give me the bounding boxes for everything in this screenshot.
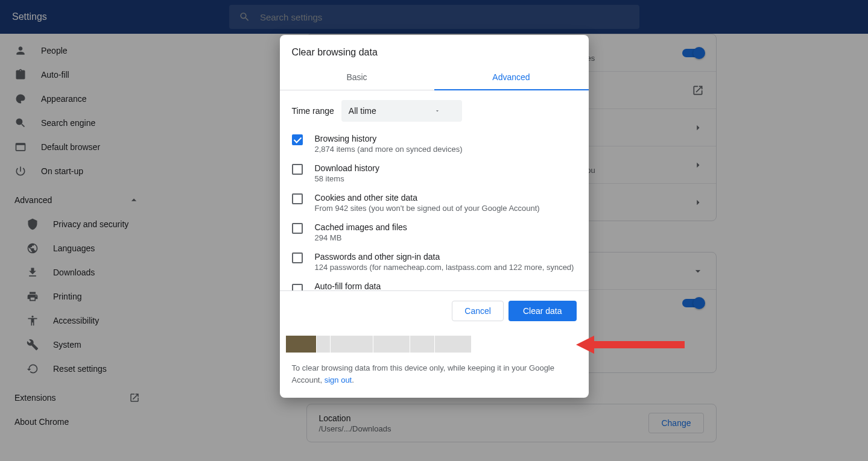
dialog-note: To clear browsing data from this device … [280,353,589,398]
check-autofill[interactable]: Auto-fill form data [292,277,577,290]
check-download-history[interactable]: Download history58 items [292,158,577,188]
check-title: Download history [315,163,379,173]
check-sub: 2,874 items (and more on synced devices) [315,145,463,154]
check-cookies[interactable]: Cookies and other site dataFrom 942 site… [292,188,577,218]
time-range-select[interactable]: All time [341,100,462,122]
check-title: Cookies and other site data [315,193,540,202]
checkbox-icon[interactable] [292,134,303,145]
sign-out-link[interactable]: sign out [325,375,352,384]
dialog-title: Clear browsing data [280,35,589,65]
checkbox-icon[interactable] [292,193,303,204]
chevron-down-icon [434,108,440,114]
dialog-footer: Cancel Clear data [280,290,589,331]
checkbox-icon[interactable] [292,223,303,234]
tab-basic[interactable]: Basic [280,65,434,90]
check-sub: From 942 sites (you won't be signed out … [315,204,540,213]
check-sub: 58 items [315,174,379,183]
check-title: Auto-fill form data [315,281,381,290]
time-range-label: Time range [292,106,334,116]
check-browsing-history[interactable]: Browsing history2,874 items (and more on… [292,129,577,158]
check-title: Passwords and other sign-in data [315,252,574,262]
checkbox-icon[interactable] [292,284,303,290]
check-title: Browsing history [315,134,463,143]
clear-data-button[interactable]: Clear data [508,301,577,321]
tab-advanced[interactable]: Advanced [434,65,589,90]
cancel-button[interactable]: Cancel [452,301,504,321]
check-passwords[interactable]: Passwords and other sign-in data124 pass… [292,247,577,277]
clear-data-dialog: Clear browsing data Basic Advanced Time … [280,35,589,398]
checkbox-icon[interactable] [292,164,303,175]
check-sub: 294 MB [315,233,407,242]
check-cache[interactable]: Cached images and files294 MB [292,218,577,247]
check-sub: 124 passwords (for namecheap.com, lastpa… [315,263,574,272]
time-range-row: Time range All time [292,100,577,122]
checkbox-icon[interactable] [292,252,303,263]
dialog-tabs: Basic Advanced [280,65,589,90]
redacted-account-row [280,336,589,353]
select-value: All time [349,106,376,116]
check-title: Cached images and files [315,222,407,232]
